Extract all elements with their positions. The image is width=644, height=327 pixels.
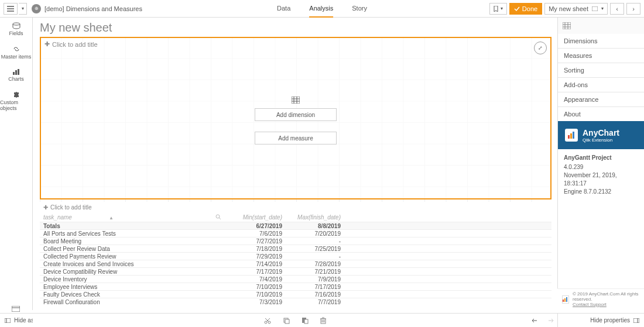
chevron-down-icon: ▾ [501,6,503,11]
svg-rect-19 [568,135,570,139]
visualization-top[interactable]: ✚ Click to add title ⤢ Add dimension Add… [40,37,551,199]
sheet-name: My new sheet [549,5,588,12]
viz-type-icon[interactable] [558,18,644,34]
sidebar-item-custom[interactable]: Custom objects [0,87,32,116]
chart-icon [12,69,20,75]
chevron-left-icon: ‹ [616,5,618,12]
panel-addons[interactable]: Add-ons [558,78,644,92]
sheet-thumbnail-icon[interactable] [12,306,20,312]
table-header: task_name ▲ Min(start_date) Max(finish_d… [40,213,551,222]
check-icon [514,6,520,12]
properties-panel: Dimensions Measures Sorting Add-ons Appe… [557,18,644,309]
svg-rect-21 [573,132,574,139]
viz-title-placeholder: Click to add title [52,41,98,48]
sheet-icon [592,6,598,11]
delete-icon[interactable] [320,317,326,324]
table-row[interactable]: Employee Interviews7/10/20197/17/2019 [40,283,551,290]
table-row[interactable]: Collected Payments Review7/29/2019- [40,252,551,260]
table-row-totals: Totals6/27/20198/8/2019 [40,222,551,229]
table-body: Totals6/27/20198/8/2019All Ports and Ser… [40,222,551,304]
panel-sorting[interactable]: Sorting [558,63,644,78]
table-row[interactable]: Collect Peer Review Data7/18/20197/25/20… [40,245,551,252]
panel-dimensions[interactable]: Dimensions [558,34,644,49]
svg-rect-34 [304,319,308,323]
svg-line-13 [219,218,221,219]
copy-icon[interactable] [283,317,290,324]
done-button[interactable]: Done [509,3,542,15]
chevron-down-icon: ▾ [601,6,604,11]
table-row[interactable]: All Ports and Services Tests7/6/20197/20… [40,229,551,237]
sidebar-item-charts[interactable]: Charts [0,64,32,87]
chevron-down-icon: ▾ [22,6,24,11]
sidebar-item-fields[interactable]: Fields [0,18,32,41]
asset-sidebar: Fields Master items Charts Custom object… [0,18,33,310]
prev-sheet-button[interactable]: ‹ [610,3,624,15]
object-toolbar [33,313,557,327]
table-row[interactable]: Create Invoices and Send Invoices7/14/20… [40,260,551,267]
add-dimension-button[interactable]: Add dimension [255,108,337,121]
col-start-date[interactable]: Min(start_date) [227,214,286,221]
col-task-name[interactable]: task_name ▲ [40,214,227,221]
svg-rect-14 [563,22,571,29]
center-tabs: Data Analysis Story [277,0,367,18]
anychart-logo-icon [565,129,578,142]
viz-title-bar[interactable]: ✚ Click to add title [41,38,550,50]
plus-icon: ✚ [44,40,50,48]
link-icon [12,46,20,53]
table-row[interactable]: Board Meeting7/27/2019- [40,237,551,245]
bookmark-button[interactable]: ▾ [489,3,507,15]
sheet-dropdown[interactable]: My new sheet ▾ [544,3,608,15]
table-row[interactable]: Faulty Devices Check7/10/20197/16/2019 [40,290,551,298]
anychart-logo-small-icon [562,295,569,304]
tab-data[interactable]: Data [277,0,290,18]
expand-icon: ⤢ [538,45,543,51]
next-sheet-button[interactable]: › [626,3,640,15]
redo-icon[interactable] [546,318,554,323]
plus-icon: ✚ [43,204,48,211]
paste-icon[interactable] [302,317,309,324]
svg-rect-23 [564,298,566,302]
panel-appearance[interactable]: Appearance [558,92,644,107]
panel-measures[interactable]: Measures [558,49,644,63]
collapse-icon [633,318,639,323]
chevron-right-icon: › [632,5,635,12]
canvas-wrap: ✚ Click to add title ⤢ Add dimension Add… [40,37,551,304]
visualization-bottom[interactable]: ✚ Click to add title task_name ▲ Min(sta… [40,202,551,304]
sidebar-item-master[interactable]: Master items [0,41,32,64]
expand-button[interactable]: ⤢ [534,42,547,54]
search-icon[interactable] [215,214,221,220]
sheet-title[interactable]: My new sheet [40,21,551,35]
svg-rect-0 [592,6,598,11]
add-measure-button[interactable]: Add measure [255,132,337,144]
svg-rect-22 [563,300,564,302]
sheet-canvas: My new sheet ✚ Click to add title ⤢ Add … [33,18,557,309]
done-label: Done [522,5,537,12]
svg-rect-4 [18,69,19,75]
panel-about[interactable]: About [558,107,644,121]
svg-point-1 [13,23,20,25]
contact-support-link[interactable]: Contact Support [573,302,639,307]
undo-icon[interactable] [532,318,540,323]
menu-button[interactable] [4,3,18,15]
hide-properties-bar[interactable]: Hide properties [557,313,644,327]
topbar: ▾ ⊕ [demo] Dimensions and Measures Data … [0,0,644,18]
puzzle-icon [13,91,20,98]
bookmark-icon [494,6,498,12]
menu-dropdown[interactable]: ▾ [19,3,27,15]
col-finish-date[interactable]: Max(finish_date) [286,214,344,221]
table-row[interactable]: Firewall Configuration7/3/20197/7/2019 [40,298,551,304]
svg-rect-32 [285,319,289,323]
svg-rect-24 [566,297,567,302]
banner-text: AnyChart Qlik Extension [583,128,619,143]
cut-icon[interactable] [264,317,271,324]
extension-banner: AnyChart Qlik Extension [558,121,644,149]
collapse-icon [5,318,11,323]
tab-story[interactable]: Story [352,0,367,18]
table-row[interactable]: Device Compatibility Review7/17/20197/21… [40,267,551,275]
svg-rect-2 [13,72,15,75]
table-row[interactable]: Device Inventory7/4/20197/9/2019 [40,275,551,283]
svg-rect-5 [12,306,20,312]
database-icon [12,22,20,29]
viz-bottom-title[interactable]: ✚ Click to add title [40,202,551,213]
tab-analysis[interactable]: Analysis [309,0,333,18]
